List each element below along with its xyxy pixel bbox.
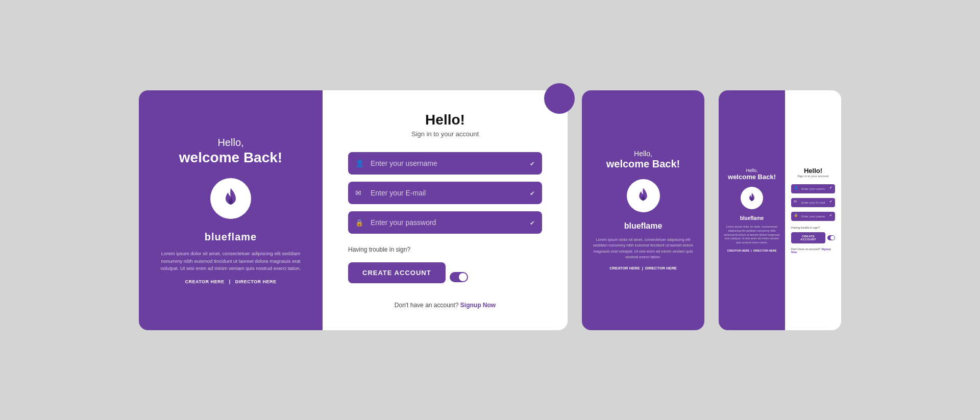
- comp-mail-icon: [794, 200, 797, 204]
- email-input[interactable]: [348, 182, 542, 204]
- email-input-group: [348, 182, 542, 204]
- form-subtitle: Sign in to your account: [411, 130, 479, 138]
- card-large-creator-link[interactable]: HERE: [211, 279, 225, 284]
- card-comp-creator-link[interactable]: HERE: [742, 249, 749, 252]
- card-medium-logo: [627, 179, 660, 212]
- form-title: Hello!: [425, 112, 465, 128]
- flame-icon-md: [636, 187, 650, 205]
- signup-text: Don't have an account? Signup Now: [395, 302, 496, 309]
- comp-toggle-switch[interactable]: [827, 235, 835, 240]
- card-composite: Hello, welcome Back! blueflame Lorem ips…: [719, 90, 841, 330]
- card-large-creator-label: CREATOR: [185, 279, 209, 284]
- create-account-button[interactable]: CREATE ACCOUNT: [348, 262, 446, 283]
- card-comp-left: Hello, welcome Back! blueflame Lorem ips…: [719, 90, 785, 330]
- card-medium-welcome: welcome Back!: [606, 158, 680, 170]
- card-comp-lorem: Lorem ipsum dolor sit amet, consectetuer…: [724, 225, 780, 244]
- comp-create-btn-row: CREATE ACCOUNT: [791, 232, 835, 243]
- comp-create-account-button[interactable]: CREATE ACCOUNT: [791, 232, 825, 243]
- card-medium-footer: CREATOR HERE | DIRECTOR HERE: [609, 266, 677, 270]
- card-large-brand: blueflame: [205, 231, 257, 243]
- card-large-right-panel: Hello! Sign in to your account Having tr…: [323, 90, 568, 330]
- card-large-logo: [210, 178, 251, 219]
- comp-password-group: [791, 210, 835, 221]
- comp-email-group: [791, 196, 835, 207]
- comp-form-title: Hello!: [804, 167, 822, 175]
- comp-check-icon-pw: [829, 213, 832, 217]
- comp-form-subtitle: Sign in to your account: [797, 175, 828, 178]
- password-input-group: [348, 211, 542, 234]
- toggle-switch[interactable]: [450, 272, 468, 282]
- card-comp-footer: CREATOR HERE | DIRECTOR HERE: [727, 249, 777, 252]
- card-large-left-panel: Hello, welcome Back! blueflame Lorem ips…: [139, 90, 323, 330]
- card-large-director-link[interactable]: HERE: [263, 279, 277, 284]
- card-medium: Hello, welcome Back! blueflame Lorem ips…: [582, 90, 704, 330]
- flame-icon: [222, 187, 240, 210]
- card-comp-brand: blueflame: [740, 215, 764, 221]
- signup-link[interactable]: Signup Now: [460, 302, 496, 309]
- check-icon: [530, 159, 535, 167]
- card-medium-director-link[interactable]: HERE: [666, 266, 677, 270]
- trouble-text: Having trouble in sign?: [348, 246, 410, 253]
- username-input[interactable]: [348, 152, 542, 175]
- create-btn-row: CREATE ACCOUNT: [348, 262, 468, 292]
- password-input[interactable]: [348, 211, 542, 234]
- check-icon-email: [530, 189, 535, 197]
- person-icon: [355, 159, 364, 168]
- card-comp-right: Hello! Sign in to your account Having tr…: [785, 90, 841, 330]
- card-large-footer: CREATOR HERE | DIRECTOR HERE: [185, 279, 276, 284]
- flame-icon-sm: [747, 192, 756, 204]
- card-comp-welcome: welcome Back!: [728, 173, 776, 181]
- card-large-welcome: welcome Back!: [179, 149, 282, 166]
- card-comp-director-link[interactable]: HERE: [769, 249, 776, 252]
- comp-person-icon: [794, 186, 798, 190]
- deco-notch: [544, 83, 575, 114]
- comp-lock-icon: [794, 213, 798, 217]
- card-large-hello: Hello,: [179, 136, 282, 149]
- username-input-group: [348, 152, 542, 175]
- comp-username-group: [791, 183, 835, 193]
- mail-icon: [355, 188, 361, 197]
- comp-email-input[interactable]: [791, 198, 835, 207]
- card-comp-hello: Hello,: [728, 168, 776, 173]
- card-medium-lorem: Lorem ipsum dolor sit amet, consectetuer…: [591, 237, 695, 260]
- card-comp-logo: [741, 187, 763, 209]
- card-large: Hello, welcome Back! blueflame Lorem ips…: [139, 90, 568, 330]
- lock-icon: [355, 218, 363, 227]
- card-medium-creator-link[interactable]: HERE: [629, 266, 640, 270]
- comp-signup-text: Don't have an account? Signup Now: [791, 248, 835, 254]
- card-large-director-label: DIRECTOR: [235, 279, 261, 284]
- card-medium-brand: blueflame: [624, 221, 663, 231]
- comp-trouble-text: Having trouble in sign?: [791, 226, 820, 229]
- card-medium-hello: Hello,: [606, 150, 680, 158]
- check-icon-password: [530, 218, 535, 227]
- comp-check-icon-email: [829, 200, 832, 204]
- card-large-lorem: Lorem ipsum dolor sit amet, consectetuer…: [149, 250, 312, 272]
- comp-check-icon: [829, 186, 832, 190]
